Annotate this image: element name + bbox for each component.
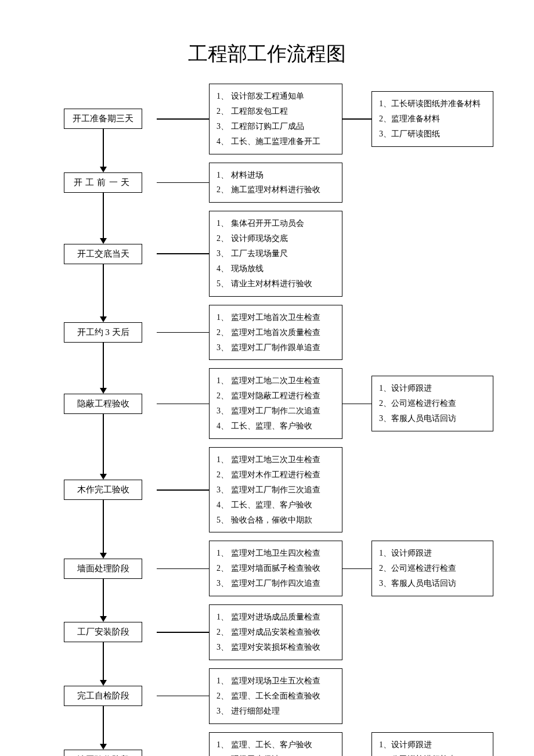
connector-vertical — [103, 264, 104, 317]
detail-item: 1、 监理、工长、客户验收 — [217, 737, 336, 753]
detail-item: 1、 集体召开开工动员会 — [217, 216, 336, 231]
connector-horizontal — [157, 163, 209, 203]
detail-item: 4、 工长、施工监理准备开工 — [217, 134, 336, 149]
connector-horizontal — [157, 604, 209, 660]
detail-box: 1、 监理、工长、客户验收2、 现场卫生保洁3、 收尾款，开保修单 — [209, 732, 342, 757]
side-item: 2、监理准备材料 — [379, 111, 487, 127]
detail-box: 1、 监理对工地首次卫生检查2、 监理对工地首次质量检查3、 监理对工厂制作跟单… — [209, 305, 342, 361]
stage-row: 隐蔽工程验收1、 监理对工地二次卫生检查2、 监理对隐蔽工程进行检查3、 监理对… — [64, 368, 534, 439]
detail-item: 1、 监理对现场卫生五次检查 — [217, 674, 336, 689]
connector-horizontal — [342, 368, 371, 439]
detail-item: 3、 监理对安装损坏检查验收 — [217, 640, 336, 655]
connector-horizontal — [157, 447, 209, 532]
arrow-down-icon — [100, 238, 107, 244]
arrow-down-icon — [100, 388, 107, 394]
arrow-down-icon — [100, 316, 107, 322]
side-item: 2、公司巡检进行检查 — [379, 396, 487, 411]
detail-item: 4、 工长、监理、客户验收 — [217, 419, 336, 434]
detail-item: 1、 材料进场 — [217, 168, 336, 183]
detail-box: 1、 监理对工地二次卫生检查2、 监理对隐蔽工程进行检查3、 监理对工厂制作二次… — [209, 368, 342, 439]
connector-horizontal — [157, 211, 209, 296]
side-item: 2、公司巡检进行检查 — [379, 752, 487, 756]
side-item: 2、公司巡检进行检查 — [379, 561, 487, 576]
detail-item: 4、 工长、监理、客户验收 — [217, 498, 336, 513]
stage-box: 开工前一天 — [64, 172, 142, 193]
side-box: 1、设计师跟进2、公司巡检进行检查3、客服人员电话回访 — [371, 376, 493, 431]
side-item: 3、工厂研读图纸 — [379, 127, 487, 142]
side-item: 1、设计师跟进 — [379, 737, 487, 753]
stage-box: 竣工验收阶段 — [64, 750, 142, 756]
stage-box: 开工准备期三天 — [64, 109, 142, 129]
detail-box: 1、 材料进场2、 施工监理对材料进行验收 — [209, 163, 342, 203]
detail-item: 3、 工程部订购工厂成品 — [217, 119, 336, 134]
side-item: 3、客服人员电话回访 — [379, 576, 487, 591]
flowchart-diagram: 开工准备期三天1、 设计部发工程通知单2、 工程部发包工程3、 工程部订购工厂成… — [64, 84, 534, 756]
stage-box: 完工自检阶段 — [64, 686, 142, 706]
detail-box: 1、 集体召开开工动员会2、 设计师现场交底3、 工厂去现场量尺4、 现场放线5… — [209, 211, 342, 296]
connector-horizontal — [157, 305, 209, 361]
connector-vertical — [103, 500, 104, 553]
connector-vertical — [103, 642, 104, 680]
arrow-down-icon — [100, 553, 107, 559]
detail-item: 3、 监理对工厂制作跟单追查 — [217, 340, 336, 355]
detail-item: 2、 施工监理对材料进行验收 — [217, 182, 336, 197]
detail-item: 1、 监理对工地二次卫生检查 — [217, 373, 336, 388]
detail-item: 1、 监理对工地首次卫生检查 — [217, 310, 336, 325]
connector-horizontal — [342, 84, 371, 154]
side-box: 1、设计师跟进2、公司巡检进行检查3、客服人员电话回访 — [371, 541, 493, 596]
stage-row: 木作完工验收1、 监理对工地三次卫生检查2、 监理对木作工程进行检查3、 监理对… — [64, 447, 534, 532]
side-item: 1、设计师跟进 — [379, 381, 487, 396]
connector-horizontal — [157, 368, 209, 439]
detail-item: 2、 监理对墙面腻子检查验收 — [217, 561, 336, 576]
side-box: 1、设计师跟进2、公司巡检进行检查3、客服人员电话回访 — [371, 732, 493, 757]
detail-item: 3、 监理对工厂制作四次追查 — [217, 576, 336, 591]
connector-vertical — [103, 193, 104, 238]
stage-row: 完工自检阶段1、 监理对现场卫生五次检查2、 监理、工长全面检查验收3、 进行细… — [64, 668, 534, 724]
detail-box: 1、 监理对进场成品质量检查2、 监理对成品安装检查验收3、 监理对安装损坏检查… — [209, 604, 342, 660]
stage-row: 开工准备期三天1、 设计部发工程通知单2、 工程部发包工程3、 工程部订购工厂成… — [64, 84, 534, 154]
stage-box: 开工交底当天 — [64, 244, 142, 264]
stage-row: 开工前一天1、 材料进场2、 施工监理对材料进行验收 — [64, 163, 534, 203]
detail-item: 2、 监理对成品安装检查验收 — [217, 625, 336, 640]
detail-item: 1、 监理对进场成品质量检查 — [217, 610, 336, 625]
side-item: 1、设计师跟进 — [379, 546, 487, 561]
detail-box: 1、 监理对工地三次卫生检查2、 监理对木作工程进行检查3、 监理对工厂制作三次… — [209, 447, 342, 532]
arrow-down-icon — [100, 167, 107, 172]
connector-vertical — [103, 706, 104, 744]
detail-box: 1、 设计部发工程通知单2、 工程部发包工程3、 工程部订购工厂成品4、 工长、… — [209, 84, 342, 154]
detail-item: 1、 设计部发工程通知单 — [217, 89, 336, 104]
stage-row: 工厂安装阶段1、 监理对进场成品质量检查2、 监理对成品安装检查验收3、 监理对… — [64, 604, 534, 660]
detail-item: 3、 监理对工厂制作三次追查 — [217, 483, 336, 498]
stage-box: 工厂安装阶段 — [64, 622, 142, 642]
detail-item: 3、 工厂去现场量尺 — [217, 246, 336, 261]
arrow-down-icon — [100, 616, 107, 622]
side-item: 1、工长研读图纸并准备材料 — [379, 96, 487, 111]
detail-item: 1、 监理对工地三次卫生检查 — [217, 452, 336, 467]
connector-vertical — [103, 579, 104, 617]
detail-item: 1、 监理对工地卫生四次检查 — [217, 546, 336, 561]
connector-vertical — [103, 414, 104, 474]
stage-row: 竣工验收阶段1、 监理、工长、客户验收2、 现场卫生保洁3、 收尾款，开保修单1… — [64, 732, 534, 757]
detail-item: 2、 现场卫生保洁 — [217, 752, 336, 756]
arrow-down-icon — [100, 680, 107, 686]
detail-item: 3、 监理对工厂制作二次追查 — [217, 404, 336, 419]
detail-item: 2、 监理、工长全面检查验收 — [217, 689, 336, 704]
connector-horizontal — [157, 668, 209, 724]
detail-item: 2、 设计师现场交底 — [217, 231, 336, 246]
arrow-down-icon — [100, 474, 107, 480]
detail-box: 1、 监理对工地卫生四次检查2、 监理对墙面腻子检查验收3、 监理对工厂制作四次… — [209, 541, 342, 596]
connector-horizontal — [157, 541, 209, 596]
side-item: 3、客服人员电话回访 — [379, 411, 487, 426]
connector-horizontal — [157, 732, 209, 757]
detail-item: 2、 工程部发包工程 — [217, 104, 336, 119]
detail-item: 2、 监理对木作工程进行检查 — [217, 467, 336, 483]
stage-row: 开工约 3 天后1、 监理对工地首次卫生检查2、 监理对工地首次质量检查3、 监… — [64, 305, 534, 361]
connector-vertical — [103, 129, 104, 167]
detail-item: 5、 验收合格，催收中期款 — [217, 513, 336, 528]
connector-horizontal — [342, 732, 371, 757]
detail-item: 2、 监理对工地首次质量检查 — [217, 325, 336, 340]
stage-row: 墙面处理阶段1、 监理对工地卫生四次检查2、 监理对墙面腻子检查验收3、 监理对… — [64, 541, 534, 596]
stage-box: 隐蔽工程验收 — [64, 394, 142, 414]
page-title: 工程部工作流程图 — [0, 41, 534, 67]
stage-box: 木作完工验收 — [64, 480, 142, 500]
